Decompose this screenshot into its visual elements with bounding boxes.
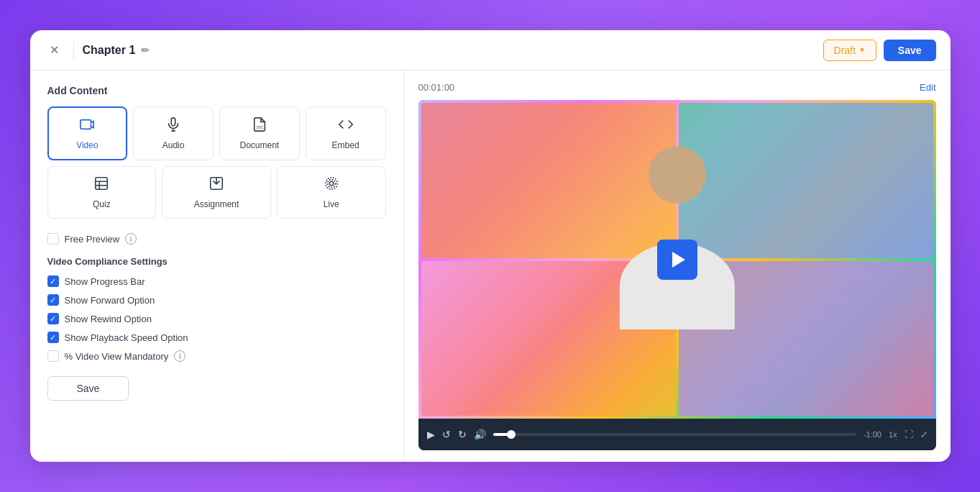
compliance-row-rewind: Show Rewind Option [47, 313, 386, 324]
svg-point-9 [327, 180, 335, 188]
video-progress-bar[interactable] [493, 433, 856, 436]
chapter-title-text: Chapter 1 [83, 44, 136, 57]
live-icon [324, 176, 339, 195]
assignment-label: Assignment [194, 199, 239, 209]
main-card: ✕ Chapter 1 ✏ Draft ▼ Save Add Content [30, 30, 951, 462]
rewind-option-checkbox[interactable] [47, 313, 59, 324]
draft-button[interactable]: Draft ▼ [823, 40, 876, 61]
left-panel-save-label: Save [77, 383, 100, 394]
speed-label[interactable]: 1x [889, 430, 897, 439]
play-ctrl-icon[interactable]: ▶ [427, 429, 435, 440]
video-timestamp: 00:01:00 [418, 82, 455, 93]
audio-label: Audio [162, 140, 185, 150]
compliance-row-video-view: % Video View Mandatory i [47, 350, 386, 362]
content-item-assignment[interactable]: Assignment [162, 166, 271, 219]
content-item-quiz[interactable]: Quiz [47, 166, 157, 219]
person-head [648, 146, 705, 204]
free-preview-label: Free Preview [65, 234, 120, 245]
expand-icon[interactable]: ⤢ [920, 429, 928, 439]
forward-ctrl-icon[interactable]: ↻ [458, 429, 467, 440]
content-item-embed[interactable]: Embed [306, 106, 386, 160]
video-container: ▶ ↺ ↻ 🔊 -1:00 1x ⛶ ⤢ [418, 100, 936, 450]
video-label: Video [76, 140, 98, 150]
progress-bar-label: Show Progress Bar [65, 276, 145, 287]
time-remaining: -1:00 [864, 430, 881, 439]
content-grid-row1: Video Audio [47, 106, 386, 160]
forward-option-label: Show Forward Option [65, 295, 155, 306]
forward-option-checkbox[interactable] [47, 294, 59, 306]
video-controls: ▶ ↺ ↻ 🔊 -1:00 1x ⛶ ⤢ [418, 419, 936, 450]
compliance-row-forward: Show Forward Option [47, 294, 386, 306]
video-view-checkbox[interactable] [47, 350, 59, 362]
save-label: Save [898, 45, 922, 56]
rewind-ctrl-icon[interactable]: ↺ [442, 429, 451, 440]
video-time-row: 00:01:00 Edit [418, 82, 936, 93]
edit-link[interactable]: Edit [920, 82, 935, 93]
live-label: Live [324, 199, 339, 209]
video-thumbnail [418, 100, 936, 419]
quiz-icon [93, 176, 109, 195]
embed-icon [338, 117, 354, 136]
document-label: Document [240, 140, 280, 150]
top-bar: ✕ Chapter 1 ✏ Draft ▼ Save [30, 30, 951, 70]
assignment-icon [209, 176, 224, 195]
play-button[interactable] [657, 240, 697, 280]
play-triangle-icon [672, 252, 685, 268]
video-view-label: % Video View Mandatory [65, 351, 169, 362]
progress-bar-checkbox[interactable] [47, 275, 59, 287]
divider [73, 42, 74, 59]
volume-ctrl-icon[interactable]: 🔊 [474, 429, 486, 440]
audio-icon [165, 117, 181, 136]
svg-point-8 [329, 181, 334, 186]
chevron-down-icon: ▼ [858, 46, 866, 54]
svg-rect-2 [96, 178, 108, 190]
svg-text:DOC: DOC [256, 126, 264, 129]
draft-label: Draft [834, 45, 856, 56]
free-preview-row: Free Preview i [47, 233, 386, 245]
quiz-label: Quiz [93, 199, 111, 209]
main-content: Add Content Video [30, 70, 951, 462]
edit-chapter-icon[interactable]: ✏ [141, 45, 150, 56]
progress-thumb [507, 430, 516, 439]
playback-speed-checkbox[interactable] [47, 332, 59, 343]
chapter-title: Chapter 1 ✏ [83, 44, 150, 57]
save-section: Save [47, 376, 386, 401]
embed-label: Embed [332, 140, 360, 150]
right-panel: 00:01:00 Edit [404, 70, 951, 462]
compliance-row-progress: Show Progress Bar [47, 275, 386, 287]
playback-speed-label: Show Playback Speed Option [65, 332, 188, 343]
content-grid-row2: Quiz Assignment [47, 166, 386, 219]
add-content-title: Add Content [47, 85, 386, 96]
video-icon [79, 117, 95, 136]
compliance-section-title: Video Compliance Settings [47, 256, 386, 267]
close-button[interactable]: ✕ [45, 40, 65, 60]
svg-rect-0 [81, 120, 91, 129]
left-panel-save-button[interactable]: Save [47, 376, 129, 401]
fullscreen-small-icon[interactable]: ⛶ [905, 429, 913, 439]
compliance-row-playback-speed: Show Playback Speed Option [47, 332, 386, 343]
left-panel: Add Content Video [30, 70, 404, 462]
document-icon: DOC [252, 117, 267, 136]
content-item-audio[interactable]: Audio [133, 106, 214, 160]
rewind-option-label: Show Rewind Option [65, 314, 152, 324]
content-item-document[interactable]: DOC Document [219, 106, 300, 160]
free-preview-info-icon[interactable]: i [125, 233, 137, 245]
content-item-video[interactable]: Video [47, 106, 128, 160]
content-item-live[interactable]: Live [277, 166, 386, 219]
video-view-info-icon[interactable]: i [174, 350, 186, 362]
save-button[interactable]: Save [884, 40, 936, 61]
free-preview-checkbox[interactable] [47, 233, 59, 245]
